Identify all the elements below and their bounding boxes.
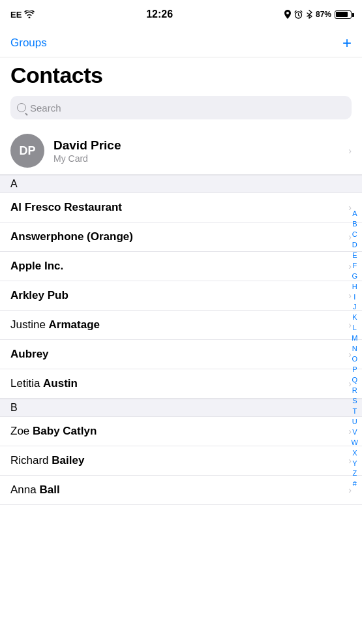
contact-name: Aubrey: [10, 348, 49, 361]
contact-name: Apple Inc.: [10, 260, 63, 273]
index-letter-Q[interactable]: Q: [352, 375, 358, 386]
contact-name: Richard Bailey: [10, 454, 84, 467]
contact-row[interactable]: Anna Ball›: [0, 476, 362, 505]
search-placeholder: Search: [30, 102, 61, 114]
contact-last-name: Answerphone (Orange): [10, 230, 133, 243]
index-letter-R[interactable]: R: [352, 386, 357, 396]
contact-last-name: Ball: [39, 483, 59, 496]
contact-first-name: Anna: [10, 483, 39, 496]
contact-first-name: Richard: [10, 454, 52, 467]
index-letter-J[interactable]: J: [353, 302, 357, 313]
location-icon: [284, 10, 291, 19]
nav-bar: Groups +: [0, 29, 362, 57]
index-letter-G[interactable]: G: [352, 271, 358, 282]
contact-row[interactable]: Justine Armatage›: [0, 311, 362, 340]
contact-row[interactable]: Arkley Pub›: [0, 281, 362, 311]
search-bar[interactable]: Search: [10, 96, 352, 119]
index-letter-I[interactable]: I: [354, 292, 355, 303]
index-letter-P[interactable]: P: [352, 365, 357, 375]
contact-last-name: Baby Catlyn: [33, 425, 97, 437]
contact-name: Al Fresco Restaurant: [10, 201, 122, 214]
section-header-A: A: [0, 175, 362, 193]
contact-last-name: Arkley Pub: [10, 289, 68, 301]
index-letter-B[interactable]: B: [352, 219, 357, 230]
index-letter-M[interactable]: M: [352, 333, 357, 344]
contact-last-name: Bailey: [52, 454, 84, 467]
contact-first-name: Letitia: [10, 377, 43, 390]
index-letter-W[interactable]: W: [352, 438, 358, 448]
contact-name: Arkley Pub: [10, 289, 68, 302]
battery-icon: [335, 10, 352, 19]
status-bar: EE 12:26 87%: [0, 0, 362, 29]
index-letter-A[interactable]: A: [352, 209, 357, 219]
avatar: DP: [10, 134, 44, 168]
add-contact-button[interactable]: +: [342, 35, 352, 51]
contact-name: Answerphone (Orange): [10, 230, 133, 243]
index-letter-H[interactable]: H: [352, 282, 357, 292]
index-letter-F[interactable]: F: [352, 261, 357, 271]
contact-row[interactable]: Richard Bailey›: [0, 446, 362, 476]
contact-name: Anna Ball: [10, 483, 60, 497]
index-letter-E[interactable]: E: [352, 251, 357, 261]
index-letter-N[interactable]: N: [352, 344, 357, 354]
contact-row[interactable]: Apple Inc.›: [0, 252, 362, 281]
status-time: 12:26: [146, 8, 173, 20]
index-letter-X[interactable]: X: [352, 448, 357, 459]
contact-row[interactable]: Answerphone (Orange)›: [0, 222, 362, 252]
index-letter-V[interactable]: V: [352, 427, 357, 438]
index-letter-S[interactable]: S: [352, 396, 357, 406]
contact-row[interactable]: Zoe Baby Catlyn›: [0, 417, 362, 446]
contact-row[interactable]: Al Fresco Restaurant›: [0, 193, 362, 222]
contact-list: AAl Fresco Restaurant›Answerphone (Orang…: [0, 175, 362, 505]
index-letter-O[interactable]: O: [352, 354, 358, 365]
page-title-area: Contacts: [0, 57, 362, 91]
index-letter-T[interactable]: T: [352, 406, 357, 417]
status-right: 87%: [284, 10, 352, 19]
my-card-subtitle: My Card: [53, 153, 121, 164]
alarm-icon: [294, 10, 303, 19]
index-letter-#[interactable]: #: [353, 479, 357, 489]
contact-first-name: Zoe: [10, 425, 33, 437]
page-title: Contacts: [10, 63, 352, 88]
contact-last-name: Aubrey: [10, 348, 49, 360]
contact-last-name: Al Fresco Restaurant: [10, 201, 122, 213]
index-letter-C[interactable]: C: [352, 230, 357, 240]
index-letter-D[interactable]: D: [352, 240, 357, 251]
search-container: Search: [0, 91, 362, 127]
section-header-B: B: [0, 399, 362, 417]
wifi-icon: [24, 10, 35, 18]
index-letter-Y[interactable]: Y: [352, 459, 357, 469]
contact-row[interactable]: Letitia Austin›: [0, 369, 362, 399]
groups-button[interactable]: Groups: [10, 37, 47, 50]
my-card-name: David Price: [53, 138, 121, 153]
index-letter-Z[interactable]: Z: [352, 468, 357, 479]
index-letter-K[interactable]: K: [352, 313, 357, 323]
status-left: EE: [10, 10, 35, 20]
my-card-info: David Price My Card: [53, 138, 121, 164]
contact-last-name: Austin: [43, 377, 78, 390]
carrier-text: EE: [10, 10, 22, 20]
index-letter-U[interactable]: U: [352, 417, 357, 427]
contact-first-name: Justine: [10, 318, 49, 331]
index-sidebar[interactable]: ABCDEFGHIJKLMNOPQRSTUVWXYZ#: [352, 209, 358, 489]
contact-row[interactable]: Aubrey›: [0, 340, 362, 369]
contact-last-name: Armatage: [49, 318, 100, 331]
contact-name: Zoe Baby Catlyn: [10, 425, 97, 438]
contact-last-name: Apple Inc.: [10, 260, 63, 272]
my-card-row[interactable]: DP David Price My Card ›: [0, 127, 362, 175]
chevron-icon: ›: [348, 146, 352, 156]
bluetooth-icon: [306, 10, 312, 19]
search-icon: [17, 103, 26, 112]
contact-name: Letitia Austin: [10, 377, 78, 390]
battery-percentage: 87%: [316, 10, 331, 19]
index-letter-L[interactable]: L: [353, 323, 357, 333]
battery-fill: [336, 12, 348, 17]
contact-name: Justine Armatage: [10, 318, 100, 331]
